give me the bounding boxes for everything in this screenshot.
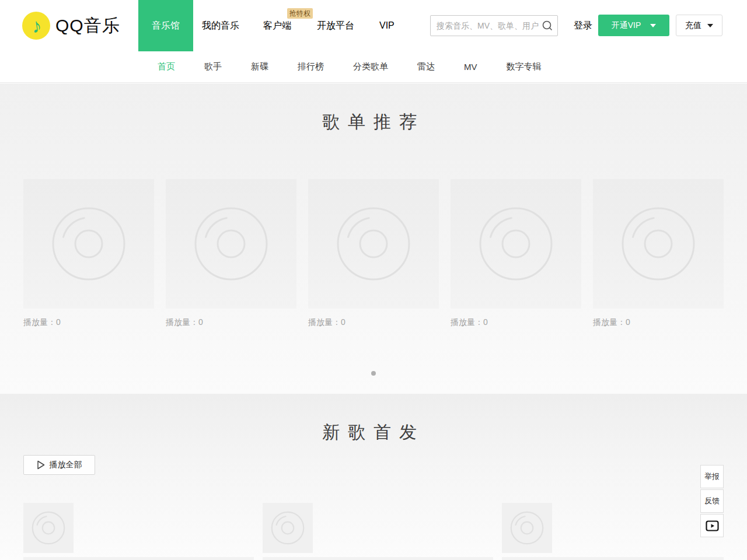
- song-row-partial: [263, 557, 493, 560]
- search-icon[interactable]: [542, 20, 553, 32]
- playlist-playcount: 播放量：0: [23, 317, 154, 328]
- subnav-item-digital-albums[interactable]: 数字专辑: [507, 61, 542, 72]
- search-input[interactable]: [431, 16, 539, 36]
- nav-tab-client[interactable]: 客户端: [263, 20, 291, 32]
- playlist-playcount: 播放量：0: [593, 317, 724, 328]
- cd-disc-icon: [271, 511, 305, 545]
- login-link[interactable]: 登录: [574, 20, 592, 32]
- playlist-cover-placeholder[interactable]: [451, 179, 581, 309]
- open-vip-button[interactable]: 开通VIP: [598, 15, 669, 36]
- client-privilege-badge: 抢特权: [287, 8, 313, 19]
- nav-tab-label: 音乐馆: [152, 20, 180, 32]
- song-cover-placeholder[interactable]: [502, 503, 552, 553]
- chevron-down-icon: [707, 24, 713, 27]
- open-vip-label: 开通VIP: [612, 20, 641, 31]
- floating-side-panel: 举报 反馈: [700, 465, 724, 538]
- feedback-button[interactable]: 反馈: [700, 489, 724, 513]
- new-song-section-title: 新歌首发: [0, 421, 747, 444]
- subnav-item-charts[interactable]: 排行榜: [298, 61, 324, 72]
- video-player-button[interactable]: [700, 514, 724, 537]
- music-note-icon: ♪: [30, 15, 43, 36]
- playlist-playcount: 播放量：0: [166, 317, 296, 328]
- cd-disc-icon: [336, 206, 411, 282]
- new-song-section: 新歌首发 播放全部: [0, 394, 747, 560]
- report-button[interactable]: 举报: [700, 465, 724, 488]
- nav-tab-my-music[interactable]: 我的音乐: [202, 20, 239, 32]
- playlist-card[interactable]: 播放量：0: [166, 179, 296, 328]
- nav-tab-music-hall[interactable]: 音乐馆: [138, 0, 193, 51]
- subnav-item-mv[interactable]: MV: [464, 62, 477, 72]
- subnav-item-radar[interactable]: 雷达: [417, 61, 435, 72]
- report-label: 举报: [704, 471, 720, 482]
- cd-disc-icon: [510, 511, 544, 545]
- nav-tab-vip[interactable]: VIP: [379, 20, 395, 32]
- playlist-playcount: 播放量：0: [308, 317, 439, 328]
- carousel-page-dot[interactable]: [371, 371, 376, 376]
- play-all-button[interactable]: 播放全部: [23, 455, 95, 475]
- playlist-cover-placeholder[interactable]: [166, 179, 296, 309]
- cd-disc-icon: [193, 206, 269, 282]
- song-row-partial: [23, 557, 254, 560]
- chevron-down-icon: [650, 24, 656, 27]
- subnav-item-new-albums[interactable]: 新碟: [251, 61, 268, 72]
- nav-tab-open-platform[interactable]: 开放平台: [317, 20, 354, 32]
- feedback-label: 反馈: [704, 496, 720, 506]
- playlist-cards-row: 播放量：0 播放量：0: [23, 179, 724, 328]
- search-box: [430, 15, 558, 36]
- sub-navigation: 首页 歌手 新碟 排行榜 分类歌单 雷达 MV 数字专辑: [0, 51, 747, 83]
- qq-music-homepage: ♪ QQ音乐 音乐馆 我的音乐 客户端 抢特权 开放平台 VIP 登录 开通VI…: [0, 0, 747, 560]
- playlist-cover-placeholder[interactable]: [308, 179, 439, 309]
- playlist-recommend-section: 歌单推荐 播放量：0: [0, 83, 747, 394]
- playlist-playcount: 播放量：0: [451, 317, 581, 328]
- song-cover-placeholder[interactable]: [23, 503, 74, 553]
- playlist-card[interactable]: 播放量：0: [451, 179, 581, 328]
- playlist-card[interactable]: 播放量：0: [23, 179, 154, 328]
- cd-disc-icon: [32, 511, 65, 545]
- subnav-item-singers[interactable]: 歌手: [204, 61, 222, 72]
- top-header: ♪ QQ音乐 音乐馆 我的音乐 客户端 抢特权 开放平台 VIP 登录 开通VI…: [0, 0, 747, 51]
- qq-music-logo[interactable]: ♪ QQ音乐: [22, 12, 120, 40]
- play-outline-icon: [37, 460, 45, 470]
- logo-circle: ♪: [22, 12, 50, 40]
- playlist-cover-placeholder[interactable]: [593, 179, 724, 309]
- logo-text: QQ音乐: [55, 14, 120, 38]
- cd-disc-icon: [478, 206, 554, 282]
- subnav-item-playlist-categories[interactable]: 分类歌单: [353, 61, 388, 72]
- playlist-cover-placeholder[interactable]: [23, 179, 154, 309]
- subnav-item-home[interactable]: 首页: [158, 61, 175, 72]
- play-all-label: 播放全部: [50, 460, 82, 470]
- playlist-card[interactable]: 播放量：0: [593, 179, 724, 328]
- playlist-section-title: 歌单推荐: [0, 110, 747, 134]
- playlist-card[interactable]: 播放量：0: [308, 179, 439, 328]
- cd-disc-icon: [51, 206, 127, 282]
- recharge-button[interactable]: 充值: [676, 15, 722, 36]
- song-row-partial: [502, 557, 724, 560]
- recharge-label: 充值: [685, 20, 701, 31]
- song-cover-placeholder[interactable]: [263, 503, 313, 553]
- cd-disc-icon: [620, 206, 696, 282]
- video-play-icon: [706, 520, 719, 531]
